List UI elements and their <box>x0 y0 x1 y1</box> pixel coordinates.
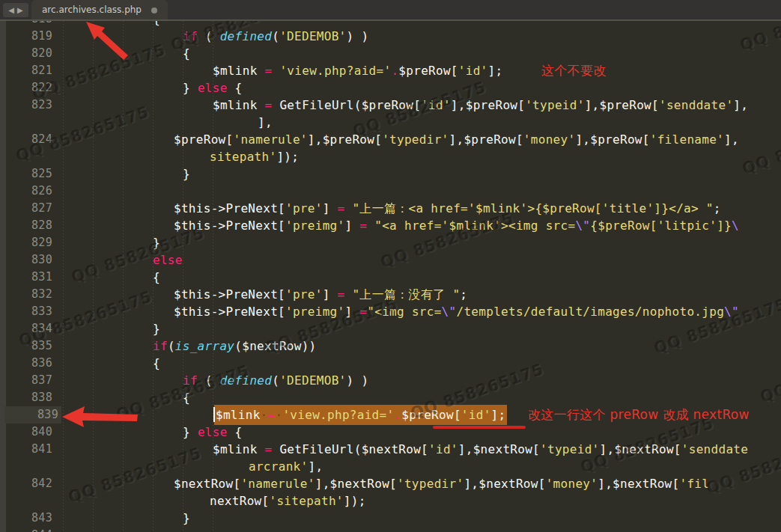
code-row[interactable]: 838{ <box>0 389 781 406</box>
code-token: } <box>153 322 160 336</box>
code-token: sitepath' <box>210 150 276 164</box>
code-text: nextRow['sitepath']); <box>210 492 366 510</box>
code-token: 'pre' <box>285 201 323 215</box>
line-number: 841 <box>6 441 52 458</box>
code-token: ], <box>724 132 739 147</box>
code-text: $this->PreNext['pre'] = "上一篇：<a href='$m… <box>174 200 721 217</box>
code-token: if <box>153 339 168 353</box>
code-token: 'id' <box>461 408 491 422</box>
code-token: ] <box>323 201 338 215</box>
line-number: 829 <box>6 234 52 251</box>
code-row[interactable]: 824$preRow['namerule'],$preRow['typedir'… <box>0 131 781 148</box>
code-text: } <box>183 165 190 183</box>
code-token: } <box>183 167 190 181</box>
line-number: 833 <box>6 303 52 320</box>
code-token: ], <box>308 459 323 474</box>
code-text: $mlink = GetFileUrl($preRow['id'],$preRo… <box>213 97 748 114</box>
code-token: ],$preRow[ <box>585 98 659 112</box>
code-text: sitepath']); <box>210 148 299 165</box>
code-token: 'view.php?aid=' <box>279 64 391 78</box>
code-token: 'money' <box>523 132 576 147</box>
code-row[interactable]: sitepath']); <box>0 148 781 165</box>
code-token: { <box>228 81 243 95</box>
line-number: 828 <box>6 217 52 234</box>
code-token <box>272 64 279 78</box>
code-text: } else { <box>183 424 242 441</box>
code-row[interactable]: 829} <box>0 234 781 251</box>
code-row[interactable]: 844 <box>0 527 781 532</box>
nav-back-button[interactable]: ◀ <box>8 7 14 14</box>
modified-dot-icon <box>151 7 157 13</box>
code-token: 'sitepath' <box>269 494 343 508</box>
code-token: = <box>265 442 273 456</box>
red-annotation-text: 改这一行这个 preRow 改成 nextRow <box>528 406 750 424</box>
code-row[interactable]: 843} <box>0 510 781 527</box>
code-token: $mlink <box>213 64 265 78</box>
code-token: "上一篇：<a href='$mlink'>{$preRow['title']}… <box>352 201 713 215</box>
code-text: } <box>153 320 160 337</box>
line-number: 832 <box>6 286 52 303</box>
code-row[interactable]: 819if ( defined('DEDEMOB') ) <box>0 28 781 45</box>
code-token: 'preimg' <box>285 218 344 233</box>
code-editor-window: 818{819if ( defined('DEDEMOB') )820{821$… <box>0 0 781 532</box>
line-number: 844 <box>6 527 52 532</box>
code-token: 'pre' <box>285 287 323 302</box>
code-row[interactable]: nextRow['sitepath']); <box>0 492 781 510</box>
code-token: $this->PreNext[ <box>174 287 285 302</box>
code-token: = <box>265 98 273 112</box>
code-row[interactable]: 828$this->PreNext['preimg'] = "<a href='… <box>0 217 781 234</box>
code-token: $this->PreNext[ <box>174 305 285 319</box>
code-token: 'typedir' <box>382 132 449 147</box>
code-text: } else { <box>183 79 242 97</box>
code-token: ; <box>714 201 721 215</box>
code-token: ; <box>460 287 467 302</box>
code-text: $mlink = 'view.php?aid='.$preRow['id']; <box>213 62 502 79</box>
code-token: $mlink <box>213 98 265 112</box>
nav-button-panel: ◀ ▶ <box>3 3 28 17</box>
code-row[interactable]: 836{ <box>0 355 781 372</box>
file-tab[interactable]: arc.archives.class.php <box>31 0 168 19</box>
code-token <box>344 287 352 302</box>
code-token: · <box>261 408 268 422</box>
code-token: 'filename' <box>650 132 724 147</box>
line-number: 825 <box>6 165 52 183</box>
code-token: ], <box>258 115 273 129</box>
text-cursor <box>213 407 215 422</box>
line-number: 830 <box>6 251 52 269</box>
code-text: $this->PreNext['pre'] = "上一篇：没有了 "; <box>174 286 467 303</box>
selected-code-text: $mlink·=·'view.php?aid='.$preRow['id']; <box>216 406 505 424</box>
code-row[interactable]: 826 <box>0 183 781 200</box>
code-row[interactable]: 825} <box>0 165 781 183</box>
code-token: $mlink <box>213 442 265 456</box>
line-number: 836 <box>6 355 52 372</box>
code-token: ],$nextRow[ <box>464 477 545 491</box>
code-token: ) ) <box>347 29 369 43</box>
code-row[interactable]: 837if ( defined('DEDEMOB') ) <box>0 372 781 389</box>
code-token: } <box>183 511 190 525</box>
line-number: 821 <box>6 62 52 79</box>
code-text: { <box>153 269 160 286</box>
code-token: \ <box>732 218 739 233</box>
code-token: ]); <box>276 150 299 164</box>
code-row[interactable]: 834} <box>0 320 781 337</box>
nav-forward-button[interactable]: ▶ <box>17 7 23 14</box>
code-token: { <box>153 356 160 370</box>
code-token: { <box>228 425 243 439</box>
code-token: ], <box>733 98 748 112</box>
code-token: 'namerule' <box>233 132 307 147</box>
code-token: . <box>394 408 401 422</box>
code-token: ( <box>272 373 279 388</box>
code-token: { <box>153 270 160 284</box>
tab-bar: ◀ ▶ arc.archives.class.php <box>0 0 781 21</box>
code-token: = <box>268 408 276 422</box>
code-row[interactable]: 827$this->PreNext['pre'] = "上一篇：<a href=… <box>0 200 781 217</box>
code-text: arcrank'], <box>249 458 323 475</box>
code-token: $this->PreNext[ <box>174 201 285 215</box>
code-token: ) ) <box>347 373 369 388</box>
code-token: ],$preRow[ <box>575 132 649 147</box>
code-row[interactable]: 822} else { <box>0 79 781 97</box>
code-token <box>367 218 374 233</box>
code-token: $preRow[ <box>398 64 458 78</box>
line-number: 842 <box>6 475 52 492</box>
code-token: GetFileUrl($nextRow[ <box>272 442 428 456</box>
